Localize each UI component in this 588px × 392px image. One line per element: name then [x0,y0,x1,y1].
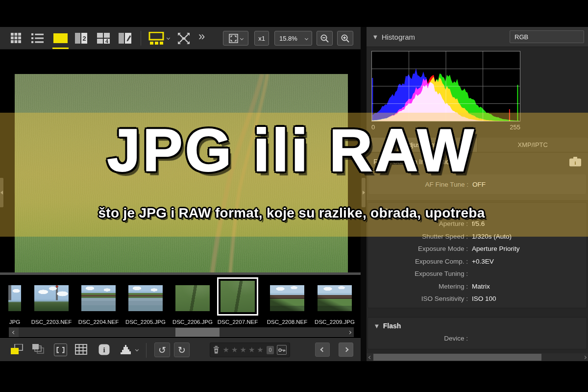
next-image-button[interactable] [339,343,353,357]
filmstrip-scroll-right-button[interactable] [345,327,354,337]
flash-section: ▼ Flash Device : [368,317,587,349]
star-icon[interactable]: ★ [231,346,238,354]
zoom-level-select[interactable]: 15.8% [274,31,312,46]
show-filmstrip-icon-active[interactable] [11,344,23,355]
filmstrip-thumbnail-selected[interactable]: DSC_2207.NEF [211,275,265,327]
thumbnail-filename: DSC_2209.JPG [308,319,362,325]
metadata-label: Device : [368,335,472,342]
star-rating[interactable]: ★★★★★ [223,346,264,354]
metadata-label: Metering : [368,283,472,290]
histogram-icon-chevron[interactable] [136,348,138,351]
image-stack-icon[interactable] [32,344,44,354]
thumbnail-image[interactable] [128,285,163,311]
thumbnail-image[interactable] [318,285,352,311]
info-icon[interactable]: i [98,344,110,355]
rotate-cw-button[interactable]: ↻ [174,343,190,357]
zoom-out-button[interactable] [317,31,333,46]
rotate-cw-icon: ↻ [178,345,186,355]
thumbnail-filename: DSC_2207.NEF [211,319,265,325]
flash-rows: Device : [368,332,587,345]
metadata-row: Exposure Comp. :+0.3EV [368,255,587,268]
focus-point-icon[interactable] [54,343,67,356]
more-tools-icon[interactable]: » [198,30,205,42]
metadata-table-icon[interactable] [75,344,87,355]
histogram-plot [371,51,520,122]
compare-4-images-view-icon[interactable]: 4 [97,33,111,44]
metadata-value: ISO 100 [472,295,496,302]
svg-text:4: 4 [105,38,109,44]
svg-text:i: i [103,346,105,354]
star-icon[interactable]: ★ [257,346,263,354]
metadata-row: Device : [368,332,587,345]
thumbnail-filename: DSC_2208.NEF [260,319,314,325]
thumbnail-filename: DSC_2204.NEF [72,319,125,325]
filmstrip-thumbnail[interactable]: DSC_2205.JPG [119,275,172,327]
thumbnail-image[interactable] [270,285,304,311]
fullscreen-icon[interactable] [177,32,190,45]
previous-image-button[interactable] [315,343,330,357]
star-icon[interactable]: ★ [240,346,246,354]
star-icon[interactable]: ★ [248,346,255,354]
histogram-panel-icon[interactable] [120,344,133,355]
metadata-row: Exposure Tuning : [368,268,587,280]
filmstrip-thumbnail[interactable]: DSC_2208.NEF [260,275,314,327]
screenshot-root: 2 4 » [0,0,588,392]
double-chevron-glyph: » [198,30,205,42]
zoom-1to1-button[interactable]: x1 [254,31,269,46]
compare-2-images-view-icon[interactable]: 2 [75,33,89,44]
histogram-title: Histogram [382,33,415,41]
fit-to-screen-button[interactable] [223,31,248,46]
image-viewer-view-icon-selected[interactable] [53,33,68,44]
histogram-header: ▼ Histogram RGB [367,27,588,47]
rotate-ccw-icon: ↺ [158,345,166,355]
svg-text:2: 2 [82,35,86,42]
title-banner-overlay [0,113,588,237]
filmstrip-scrollbar-thumb[interactable] [175,328,220,337]
protect-key-icon[interactable] [277,345,287,355]
star-icon[interactable]: ★ [223,346,229,354]
metadata-label: Exposure Tuning : [368,270,472,277]
fit-options-chevron-icon [240,36,243,40]
filmstrip-scrollbar-track[interactable] [19,327,345,337]
zoom-in-button[interactable] [337,31,353,46]
channel-select-value: RGB [514,33,528,41]
bottom-toolbar: i ↺ ↻ ★★★★★ 0 [0,338,361,361]
right-panel-scrollbar[interactable] [367,353,588,361]
right-panel-scroll-left-button[interactable] [367,353,373,361]
toolbar-divider [141,31,141,46]
thumbnail-image[interactable] [175,285,210,311]
filmstrip-layout-chevron-icon[interactable] [167,37,170,39]
thumbnail-image[interactable] [34,285,69,311]
flash-section-title: Flash [383,322,401,330]
histogram-collapse-caret-icon[interactable]: ▼ [373,34,377,40]
thumbnail-grid-view-icon[interactable] [11,33,21,43]
bottom-toolbar-divider [146,343,147,358]
metadata-row: Metering :Matrix [368,280,587,293]
flash-collapse-caret-icon[interactable]: ▼ [375,323,379,329]
thumbnail-image[interactable] [81,285,116,311]
filmstrip-thumbnail[interactable]: DSC_2209.JPG [308,275,362,327]
thumbnail-image[interactable] [8,285,21,311]
thumbnail-filename: DSC_2203.NEF [24,319,78,325]
filmstrip-scroll-left-button[interactable] [9,327,19,337]
filmstrip-thumbnail[interactable]: DSC_2203.NEF [24,275,78,327]
zoom-value: 15.8% [279,35,297,42]
right-panel-scrollbar-thumb[interactable] [373,354,541,361]
flash-section-header: ▼ Flash [368,318,587,332]
rotate-ccw-button[interactable]: ↺ [154,343,170,357]
metadata-label: ISO Sensitivity : [368,295,472,302]
metadata-value: +0.3EV [472,258,494,265]
image-and-edit-view-icon[interactable] [119,33,132,44]
filmstrip-scrollbar[interactable] [9,327,354,337]
right-panel-scroll-right-button[interactable] [581,353,588,361]
metadata-row: ISO Sensitivity :ISO 100 [368,293,587,305]
remove-rating-trash-icon[interactable] [213,345,220,354]
filmstrip-thumbnail[interactable]: DSC_2204.NEF [72,275,125,327]
filmstrip-layout-icon[interactable] [148,32,165,45]
x1-label: x1 [258,35,265,42]
top-toolbar: 2 4 » [0,27,361,49]
histogram-channel-select[interactable]: RGB [510,30,584,43]
selected-view-underline [52,48,69,49]
thumbnail-list-view-icon[interactable] [31,33,44,43]
thumbnail-image[interactable] [220,281,255,312]
